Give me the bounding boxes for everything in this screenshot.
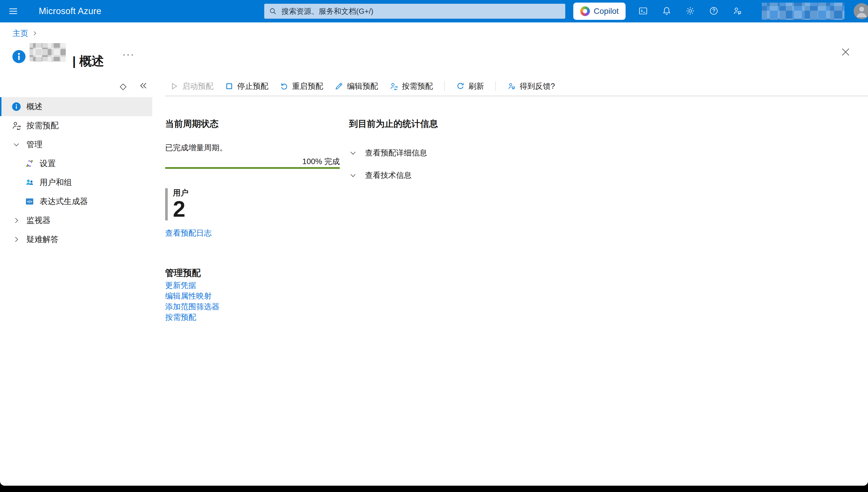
progress-bar-fill xyxy=(165,167,340,169)
person-sync-icon xyxy=(11,121,21,130)
provisioning-settings-icon xyxy=(25,158,34,168)
top-bar: Microsoft Azure Copilot xyxy=(0,0,868,22)
sidebar-tools: ◇ xyxy=(0,78,152,94)
edit-provisioning-button[interactable]: 编辑预配 xyxy=(335,81,378,91)
manage-links: 更新凭据 编辑属性映射 添加范围筛选器 按需预配 xyxy=(165,281,340,322)
stop-provisioning-button[interactable]: 停止预配 xyxy=(225,81,268,91)
command-toolbar: 启动预配 停止预配 重启预配 编辑预配 按需预配 刷新 得到反馈? xyxy=(170,79,555,93)
sidebar: ◇ 概述 按需预配 管理 设置 xyxy=(0,78,152,249)
pencil-icon xyxy=(335,82,343,91)
refresh-icon xyxy=(456,82,465,91)
close-blade-button[interactable] xyxy=(839,46,852,58)
collapse-sidebar-button[interactable] xyxy=(138,81,149,91)
feedback-icon xyxy=(507,82,516,91)
cloud-shell-icon xyxy=(638,6,648,16)
copilot-button[interactable]: Copilot xyxy=(573,3,626,20)
azure-portal-page: Microsoft Azure Copilot xyxy=(0,0,868,486)
sidebar-item-label: 概述 xyxy=(26,101,43,112)
toolbar-divider xyxy=(495,81,496,91)
view-technical-information-expander[interactable]: 查看技术信息 xyxy=(349,170,412,180)
expander-label: 查看技术信息 xyxy=(365,170,412,180)
view-provisioning-details-expander[interactable]: 查看预配详细信息 xyxy=(349,148,427,158)
breadcrumb: 主页 xyxy=(12,28,38,39)
refresh-button[interactable]: 刷新 xyxy=(456,81,484,91)
hamburger-icon xyxy=(8,6,18,16)
avatar-person-icon xyxy=(853,3,868,19)
sidebar-item-label: 监视器 xyxy=(26,215,51,226)
help-button[interactable] xyxy=(709,6,719,17)
sidebar-group-monitor[interactable]: 监视器 xyxy=(0,211,152,230)
help-icon xyxy=(709,6,719,16)
sidebar-item-label: 按需预配 xyxy=(26,120,58,131)
cloud-shell-button[interactable] xyxy=(638,6,648,17)
provision-on-demand-link[interactable]: 按需预配 xyxy=(165,313,340,322)
avatar[interactable] xyxy=(853,3,868,19)
got-feedback-button[interactable]: 得到反馈? xyxy=(507,81,555,91)
portal-settings-button[interactable] xyxy=(685,6,695,17)
provision-on-demand-button[interactable]: 按需预配 xyxy=(389,81,433,91)
chevron-right-icon xyxy=(32,30,38,36)
sidebar-item-label: 管理 xyxy=(26,139,43,150)
toolbar-divider-rule xyxy=(165,96,868,96)
account-info-blurred[interactable] xyxy=(762,3,844,20)
restart-provisioning-button[interactable]: 重启预配 xyxy=(280,81,323,91)
toolbar-button-label: 刷新 xyxy=(468,81,484,91)
feedback-icon xyxy=(733,6,742,16)
current-cycle-heading: 当前周期状态 xyxy=(165,118,340,129)
search-icon xyxy=(269,7,277,15)
sidebar-item-settings[interactable]: 设置 xyxy=(0,154,152,173)
sidebar-nav: 概述 按需预配 管理 设置 用户和组 </> 表达式生成器 xyxy=(0,97,152,249)
edit-attribute-mappings-link[interactable]: 编辑属性映射 xyxy=(165,291,340,301)
sidebar-group-manage[interactable]: 管理 xyxy=(0,135,152,154)
page-title: | 概述 xyxy=(72,53,104,70)
update-credentials-link[interactable]: 更新凭据 xyxy=(165,281,340,290)
chevron-down-icon xyxy=(349,149,357,157)
view-provisioning-logs-link[interactable]: 查看预配日志 xyxy=(165,228,212,238)
keyboard-shortcut-button[interactable]: ◇ xyxy=(119,82,128,91)
expander-label: 查看预配详细信息 xyxy=(365,148,427,158)
copilot-label: Copilot xyxy=(594,7,619,16)
sidebar-item-provision-on-demand[interactable]: 按需预配 xyxy=(0,116,152,135)
more-options-button[interactable]: ··· xyxy=(121,48,136,60)
chevron-right-icon xyxy=(12,236,20,243)
sidebar-item-label: 用户和组 xyxy=(40,177,72,188)
manage-provisioning-section: 管理预配 更新凭据 编辑属性映射 添加范围筛选器 按需预配 xyxy=(165,268,340,322)
sidebar-item-label: 表达式生成器 xyxy=(40,196,88,207)
svg-text:</>: </> xyxy=(27,200,32,204)
manage-provisioning-heading: 管理预配 xyxy=(165,268,340,278)
toolbar-button-label: 得到反馈? xyxy=(519,81,555,91)
sidebar-item-label: 设置 xyxy=(40,158,56,169)
portal-feedback-button[interactable] xyxy=(733,6,742,17)
notifications-button[interactable] xyxy=(662,6,671,17)
restart-icon xyxy=(280,82,288,91)
chevron-down-icon xyxy=(12,141,20,149)
search-input[interactable] xyxy=(281,7,561,16)
sidebar-item-overview[interactable]: 概述 xyxy=(0,97,152,116)
sidebar-item-expression-builder[interactable]: </> 表达式生成器 xyxy=(0,192,152,211)
chevron-down-icon xyxy=(349,171,357,179)
statistics-heading: 到目前为止的统计信息 xyxy=(349,118,567,129)
statistics-section: 到目前为止的统计信息 查看预配详细信息 查看技术信息 xyxy=(349,118,567,180)
add-scoping-filters-link[interactable]: 添加范围筛选器 xyxy=(165,302,340,311)
topbar-icon-group xyxy=(638,0,742,22)
notifications-icon xyxy=(662,6,671,16)
current-cycle-section: 当前周期状态 已完成增量周期。 100% 完成 用户 2 查看预配日志 管理预配… xyxy=(165,118,340,322)
users-metric-value: 2 xyxy=(173,197,188,220)
breadcrumb-home-link[interactable]: 主页 xyxy=(12,28,28,39)
stop-icon xyxy=(225,82,233,91)
start-provisioning-button[interactable]: 启动预配 xyxy=(170,81,213,91)
global-search-box xyxy=(264,4,565,19)
expression-builder-icon: </> xyxy=(25,197,34,206)
toolbar-button-label: 按需预配 xyxy=(402,81,433,91)
cycle-status-text: 已完成增量周期。 xyxy=(165,143,340,152)
sidebar-item-users-groups[interactable]: 用户和组 xyxy=(0,173,152,192)
double-chevron-left-icon xyxy=(139,81,148,90)
gear-icon xyxy=(685,6,695,16)
sidebar-group-troubleshoot[interactable]: 疑难解答 xyxy=(0,230,152,249)
users-metric: 用户 2 xyxy=(165,188,340,220)
brand-title[interactable]: Microsoft Azure xyxy=(39,0,101,22)
person-sync-icon xyxy=(389,82,398,91)
hamburger-menu-button[interactable] xyxy=(4,0,22,22)
progress-percent-label: 100% 完成 xyxy=(165,157,340,166)
copilot-icon xyxy=(580,6,590,16)
